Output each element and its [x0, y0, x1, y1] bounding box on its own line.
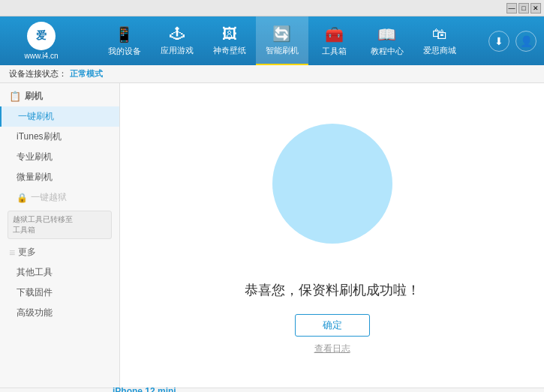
app-game-icon: 🕹: [170, 25, 185, 43]
illustration: ✦ ✦ ✦: [265, 116, 400, 266]
nav-tutorial-label: 教程中心: [371, 46, 404, 57]
nav-app-game-label: 应用游戏: [161, 45, 194, 56]
sidebar-item-advanced[interactable]: 高级功能: [0, 303, 119, 323]
nav-toolbox[interactable]: 🧰 工具箱: [308, 16, 361, 65]
sidebar-item-one-click[interactable]: 一键刷机: [0, 106, 119, 127]
sidebar-item-jailbreak-locked: 🔒 一键越狱: [0, 187, 119, 208]
nav-mall[interactable]: 🛍 爱思商城: [413, 16, 466, 65]
nav-my-device[interactable]: 📱 我的设备: [98, 16, 151, 65]
bottom-bar: ✓ 自动检测 ✓ 跳过向导 iPhone 12 mini 64GB Down-1…: [0, 388, 544, 392]
mall-icon: 🛍: [432, 25, 447, 43]
phone-illustration: ✦ ✦ ✦: [265, 116, 400, 266]
toolbox-icon: 🧰: [325, 25, 344, 43]
sidebar-section-more: ≡ 更多 其他工具 下载固件 高级功能: [0, 242, 119, 323]
sidebar-section-flash: 📋 刷机 一键刷机 iTunes刷机 专业刷机 微量刷机 🔒 一键越狱 越狱工具…: [0, 86, 119, 239]
nav-my-device-label: 我的设备: [108, 46, 141, 57]
nav-mall-label: 爱思商城: [423, 45, 456, 56]
flash-section-icon: 📋: [9, 91, 21, 102]
sidebar: 📋 刷机 一键刷机 iTunes刷机 专业刷机 微量刷机 🔒 一键越狱 越狱工具…: [0, 83, 120, 388]
nav-app-game[interactable]: 🕹 应用游戏: [151, 16, 203, 65]
sidebar-item-micro-flash[interactable]: 微量刷机: [0, 167, 119, 187]
wallpaper-icon: 🖼: [222, 25, 237, 43]
view-log-link[interactable]: 查看日志: [314, 343, 350, 355]
logo-subtext: www.i4.cn: [24, 52, 58, 60]
content-area: ✦ ✦ ✦: [120, 83, 544, 388]
title-bar-buttons[interactable]: — □ ✕: [506, 3, 541, 13]
sidebar-note-box: 越狱工具已转移至工具箱: [8, 211, 112, 239]
confirm-button[interactable]: 确定: [295, 314, 370, 337]
tutorial-icon: 📖: [377, 25, 396, 43]
lock-icon: 🔒: [17, 193, 28, 203]
account-button[interactable]: 👤: [515, 31, 536, 52]
nav-wallpaper[interactable]: 🖼 神奇壁纸: [203, 16, 256, 65]
maximize-button[interactable]: □: [518, 3, 529, 13]
sidebar-more-divider: ≡ 更多: [0, 242, 119, 262]
status-value: 正常模式: [70, 68, 103, 79]
success-text: 恭喜您，保资料刷机成功啦！: [245, 281, 420, 299]
sidebar-item-other-tools[interactable]: 其他工具: [0, 262, 119, 283]
status-prefix: 设备连接状态：: [9, 68, 67, 79]
main-layout: 📋 刷机 一键刷机 iTunes刷机 专业刷机 微量刷机 🔒 一键越狱 越狱工具…: [0, 83, 544, 388]
smart-flash-icon: 🔄: [272, 25, 291, 43]
logo-area[interactable]: 爱 www.i4.cn: [8, 22, 75, 60]
header: 爱 www.i4.cn 📱 我的设备 🕹 应用游戏 🖼 神奇壁纸 🔄 智能刷机 …: [0, 16, 544, 65]
nav-smart-flash-label: 智能刷机: [266, 45, 299, 56]
minimize-button[interactable]: —: [506, 3, 517, 13]
nav-toolbox-label: 工具箱: [322, 46, 347, 57]
nav-smart-flash[interactable]: 🔄 智能刷机: [256, 16, 308, 65]
nav-right-buttons: ⬇ 👤: [488, 31, 536, 52]
sidebar-item-download-fw[interactable]: 下载固件: [0, 283, 119, 303]
divider-icon: ≡: [9, 247, 15, 259]
status-bar: 设备连接状态： 正常模式: [0, 65, 544, 83]
download-button[interactable]: ⬇: [488, 31, 509, 52]
sidebar-section-flash-title: 📋 刷机: [0, 86, 119, 106]
bg-circle: [272, 124, 392, 244]
sidebar-item-pro-flash[interactable]: 专业刷机: [0, 147, 119, 167]
my-device-icon: 📱: [115, 25, 134, 43]
sidebar-note-text: 越狱工具已转移至工具箱: [13, 215, 73, 234]
sidebar-item-itunes-flash[interactable]: iTunes刷机: [0, 127, 119, 147]
title-bar: — □ ✕: [0, 0, 544, 16]
close-button[interactable]: ✕: [530, 3, 541, 13]
nav-wallpaper-label: 神奇壁纸: [213, 45, 246, 56]
nav-items: 📱 我的设备 🕹 应用游戏 🖼 神奇壁纸 🔄 智能刷机 🧰 工具箱 📖 教程中心…: [75, 16, 488, 65]
logo-icon: 爱: [27, 22, 56, 50]
nav-tutorial[interactable]: 📖 教程中心: [361, 16, 413, 65]
